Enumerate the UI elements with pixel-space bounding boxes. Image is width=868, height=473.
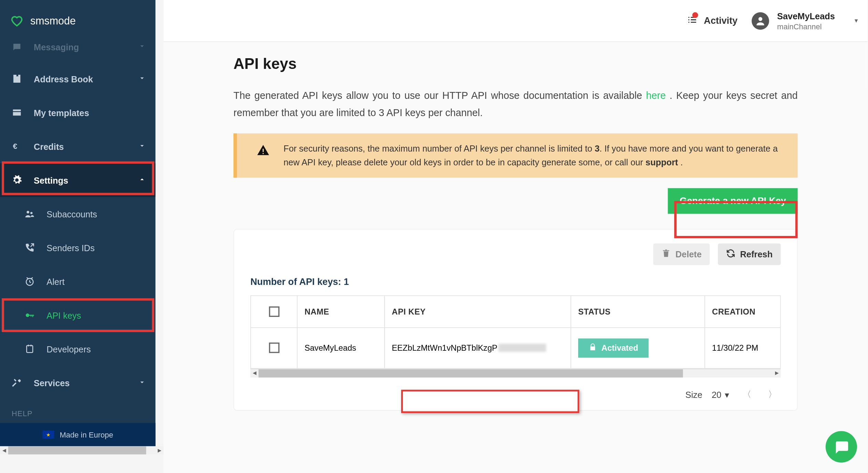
sidebar-item-services[interactable]: Services <box>0 366 155 400</box>
sidebar-label-services: Services <box>34 378 70 388</box>
euro-icon: € <box>12 141 22 151</box>
svg-point-2 <box>30 212 32 214</box>
column-name[interactable]: NAME <box>297 296 385 327</box>
sidebar-label-credits: Credits <box>34 141 64 151</box>
column-status[interactable]: STATUS <box>571 296 705 327</box>
table-scroll-wrap[interactable]: NAME API KEY STATUS CREATION SaveMyLeads… <box>250 295 781 369</box>
page-title: API keys <box>233 55 798 73</box>
documentation-link[interactable]: here <box>646 90 666 101</box>
sidebar-item-my-templates[interactable]: My templates <box>0 95 155 129</box>
prev-page-button[interactable]: 〈 <box>739 387 755 403</box>
page-desc-text: The generated API keys allow you to use … <box>233 90 646 101</box>
api-keys-card: Delete Refresh Number of API keys: 1 NAM… <box>233 229 798 411</box>
select-all-checkbox[interactable] <box>269 306 279 317</box>
column-creation[interactable]: CREATION <box>705 296 781 327</box>
scroll-right-arrow-icon[interactable]: ▶ <box>155 446 164 454</box>
generate-api-key-button[interactable]: Generate a new API Key <box>668 188 797 214</box>
row-status: Activated <box>571 328 705 368</box>
sidebar-item-subaccounts[interactable]: Subaccounts <box>0 197 155 231</box>
scroll-left-arrow-icon[interactable]: ◀ <box>250 369 259 378</box>
sidebar-item-messaging[interactable]: Messaging <box>0 42 155 62</box>
notification-dot-icon <box>692 12 698 18</box>
user-channel: mainChannel <box>777 22 835 30</box>
made-in-europe-label: Made in Europe <box>60 430 113 439</box>
sidebar-label-subaccounts: Subaccounts <box>46 209 97 219</box>
sidebar-label-messaging: Messaging <box>34 42 79 52</box>
sidebar-item-senders-ids[interactable]: Senders IDs <box>0 231 155 265</box>
warning-text-span: For security reasons, the maximum number… <box>284 143 595 153</box>
sidebar-label-senders-ids: Senders IDs <box>46 243 95 253</box>
warning-support: support <box>646 157 678 167</box>
row-api-key[interactable]: EEZbLzMtWn1vNpBTblKzgP <box>385 328 571 368</box>
chat-widget-button[interactable] <box>826 431 857 462</box>
scrollbar-thumb[interactable] <box>8 446 146 454</box>
sidebar-label-alert: Alert <box>46 276 64 286</box>
refresh-label: Refresh <box>740 249 772 259</box>
sidebar-label-api-keys: API keys <box>46 310 81 320</box>
warning-limit: 3 <box>595 143 599 153</box>
clock-icon <box>24 276 35 287</box>
page-size-select[interactable]: 20▾ <box>712 390 730 400</box>
column-api-key[interactable]: API KEY <box>385 296 571 327</box>
delete-label: Delete <box>676 249 702 259</box>
chevron-down-icon <box>138 141 146 151</box>
warning-text-span: . <box>678 157 683 167</box>
delete-button[interactable]: Delete <box>653 243 710 265</box>
activity-link[interactable]: Activity <box>687 14 738 28</box>
svg-point-4 <box>26 313 29 317</box>
pager: Size 20▾ 〈 〉 <box>234 383 797 410</box>
book-icon <box>12 73 22 84</box>
scroll-right-arrow-icon[interactable]: ▶ <box>773 369 781 378</box>
sidebar-item-settings[interactable]: Settings <box>0 163 155 197</box>
column-checkbox <box>251 296 297 327</box>
brand[interactable]: smsmode <box>0 0 155 42</box>
status-badge: Activated <box>578 338 649 358</box>
brand-text: smsmode <box>30 15 76 27</box>
api-keys-table: NAME API KEY STATUS CREATION SaveMyLeads… <box>250 295 781 369</box>
sidebar-item-alert[interactable]: Alert <box>0 265 155 298</box>
chevron-up-icon <box>138 175 146 185</box>
warning-icon <box>257 144 270 159</box>
phone-out-icon <box>24 242 35 253</box>
scrollbar-thumb[interactable] <box>259 369 683 378</box>
sidebar-item-api-keys[interactable]: API keys <box>0 298 155 332</box>
template-icon <box>12 107 22 117</box>
key-icon <box>24 310 35 320</box>
sidebar-label-settings: Settings <box>34 175 68 185</box>
sidebar-scrollbar-horizontal[interactable]: ◀ ▶ <box>0 446 164 454</box>
row-checkbox[interactable] <box>269 343 279 353</box>
sidebar-label-developers: Developers <box>46 344 91 354</box>
page-size-label: Size <box>686 390 702 400</box>
sidebar-scroll[interactable]: Messaging Address Book My templates € Cr… <box>0 42 155 423</box>
refresh-button[interactable]: Refresh <box>718 243 781 265</box>
sidebar-item-help[interactable]: HELP <box>0 400 155 423</box>
table-header: NAME API KEY STATUS CREATION <box>251 296 780 328</box>
sidebar-label-address-book: Address Book <box>34 74 93 84</box>
table-horizontal-scrollbar[interactable]: ◀ ▶ <box>250 369 781 378</box>
user-menu[interactable]: SaveMyLeads mainChannel ▾ <box>752 11 863 30</box>
table-row: SaveMyLeads EEZbLzMtWn1vNpBTblKzgP Activ… <box>251 328 780 369</box>
people-icon <box>24 208 35 219</box>
sidebar-item-developers[interactable]: Developers <box>0 332 155 366</box>
warning-banner: For security reasons, the maximum number… <box>233 133 798 178</box>
next-page-button[interactable]: 〉 <box>764 387 781 403</box>
main: Activity SaveMyLeads mainChannel ▾ API k… <box>164 0 867 473</box>
scroll-left-arrow-icon[interactable]: ◀ <box>0 446 8 454</box>
row-creation: 11/30/22 PM <box>705 328 781 368</box>
header: Activity SaveMyLeads mainChannel ▾ <box>164 0 867 42</box>
svg-point-6 <box>758 17 762 21</box>
sidebar-item-address-book[interactable]: Address Book <box>0 62 155 95</box>
sidebar: smsmode Messaging Address Book My templa… <box>0 0 155 446</box>
content: API keys The generated API keys allow yo… <box>164 42 867 473</box>
gear-icon <box>12 175 22 185</box>
made-in-europe: ★ Made in Europe <box>0 423 155 446</box>
activity-label: Activity <box>704 16 738 26</box>
sidebar-item-credits[interactable]: € Credits <box>0 129 155 163</box>
tools-icon <box>12 378 22 388</box>
api-key-value: EEZbLzMtWn1vNpBTblKzgP <box>392 343 498 352</box>
trash-icon <box>661 249 671 260</box>
page-size-value: 20 <box>712 390 721 400</box>
avatar-icon <box>752 12 769 30</box>
chevron-down-icon: ▾ <box>725 390 730 400</box>
chevron-down-icon <box>138 74 146 84</box>
